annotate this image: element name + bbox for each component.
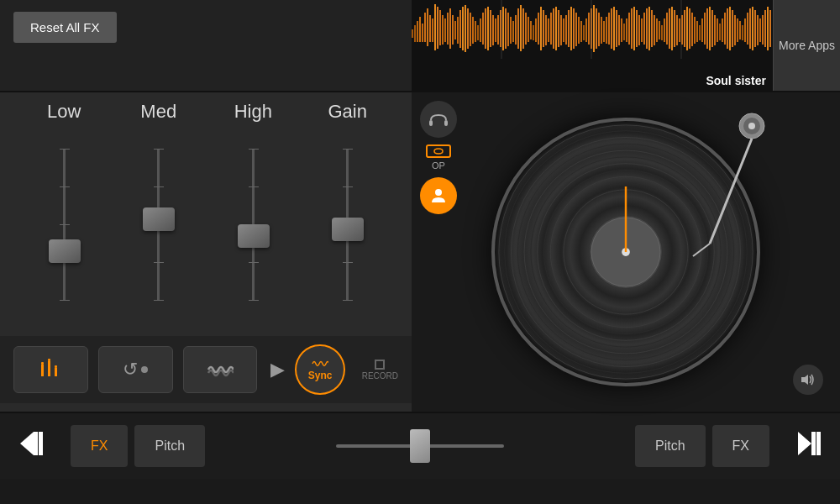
svg-rect-80 <box>613 7 615 50</box>
svg-rect-1 <box>414 25 416 42</box>
svg-rect-125 <box>727 8 728 49</box>
svg-rect-68 <box>583 25 585 40</box>
svg-rect-142 <box>769 10 771 47</box>
wave-fx-button[interactable] <box>183 346 258 393</box>
prev-track-button[interactable] <box>17 428 50 465</box>
svg-rect-138 <box>759 18 761 42</box>
svg-rect-93 <box>646 8 648 49</box>
next-track-button[interactable] <box>790 428 823 465</box>
svg-rect-92 <box>643 13 645 45</box>
headphones-icon <box>429 112 448 127</box>
svg-rect-2 <box>417 21 418 42</box>
record-dot <box>141 366 148 373</box>
svg-rect-127 <box>732 10 733 47</box>
svg-rect-13 <box>444 18 446 42</box>
eq-slider-low[interactable] <box>34 149 93 317</box>
svg-rect-141 <box>767 7 769 50</box>
svg-rect-126 <box>729 7 731 50</box>
svg-rect-176 <box>34 432 38 455</box>
svg-rect-76 <box>603 21 605 42</box>
loop-fx-button[interactable]: ↺ <box>98 346 173 393</box>
person-button[interactable] <box>420 177 457 214</box>
svg-rect-149 <box>48 359 50 361</box>
eq-labels: Low Med High Gain <box>0 101 412 123</box>
svg-rect-180 <box>816 432 821 455</box>
reset-fx-button[interactable]: Reset All FX <box>13 12 117 43</box>
volume-button[interactable] <box>793 365 823 395</box>
waveform-svg <box>412 0 773 59</box>
svg-rect-30 <box>487 7 489 50</box>
sync-button[interactable]: Sync <box>295 344 344 395</box>
turntable[interactable] <box>483 109 769 395</box>
svg-rect-106 <box>679 18 680 42</box>
svg-rect-47 <box>530 21 532 39</box>
svg-marker-178 <box>798 432 811 455</box>
pitch-right-tab[interactable]: Pitch <box>635 425 706 467</box>
svg-rect-7 <box>429 15 431 42</box>
svg-rect-17 <box>454 21 456 39</box>
svg-rect-73 <box>596 8 597 49</box>
play-button[interactable]: ▶ <box>270 359 285 381</box>
svg-rect-131 <box>742 25 743 40</box>
sync-label: Sync <box>308 370 333 381</box>
headphones-button[interactable] <box>420 101 457 138</box>
svg-rect-75 <box>601 17 602 44</box>
svg-rect-152 <box>429 120 433 126</box>
svg-rect-42 <box>517 8 519 49</box>
svg-rect-38 <box>507 13 509 46</box>
eq-label-gain: Gain <box>318 101 377 123</box>
person-icon <box>431 187 446 204</box>
svg-rect-123 <box>722 18 723 42</box>
svg-rect-120 <box>714 15 716 45</box>
equalizer-fx-button[interactable] <box>13 346 88 393</box>
next-track-icon <box>790 428 823 459</box>
record-indicator <box>375 360 385 370</box>
svg-point-154 <box>435 189 442 196</box>
side-controls: OP <box>420 101 457 214</box>
eq-slider-med[interactable] <box>129 149 188 317</box>
pitch-left-tab[interactable]: Pitch <box>134 425 205 467</box>
svg-rect-27 <box>480 18 481 42</box>
svg-rect-103 <box>671 7 673 50</box>
svg-rect-119 <box>711 10 713 47</box>
svg-rect-24 <box>472 17 474 44</box>
loop-icon: ↺ <box>123 359 138 381</box>
svg-rect-41 <box>515 15 517 45</box>
svg-rect-67 <box>580 21 582 42</box>
fx-left-tab[interactable]: FX <box>71 425 128 467</box>
svg-rect-52 <box>543 10 544 47</box>
svg-rect-70 <box>588 13 590 45</box>
svg-rect-34 <box>497 15 499 45</box>
svg-rect-72 <box>593 5 595 52</box>
svg-rect-59 <box>560 15 562 45</box>
equalizer-icon <box>39 358 62 381</box>
crossfader-track[interactable] <box>336 444 504 448</box>
loop-control: OP <box>426 144 451 171</box>
eq-slider-gain[interactable] <box>318 149 377 317</box>
crossfader-thumb[interactable] <box>410 429 430 463</box>
svg-rect-116 <box>704 13 706 45</box>
svg-rect-77 <box>606 17 607 44</box>
turntable-panel: OP <box>412 92 840 412</box>
svg-rect-85 <box>626 18 627 42</box>
svg-rect-117 <box>706 8 708 49</box>
svg-rect-63 <box>570 7 572 50</box>
svg-point-174 <box>748 123 755 129</box>
more-apps-button[interactable]: More Apps <box>773 0 840 91</box>
svg-rect-56 <box>553 8 554 49</box>
sync-wave-icon <box>312 358 328 370</box>
svg-rect-5 <box>424 13 426 42</box>
svg-rect-57 <box>555 7 557 50</box>
svg-rect-23 <box>470 13 471 46</box>
svg-rect-48 <box>533 25 534 40</box>
svg-rect-11 <box>439 10 441 45</box>
svg-rect-49 <box>535 18 537 42</box>
svg-rect-50 <box>538 13 539 45</box>
eq-slider-high[interactable] <box>223 149 282 317</box>
svg-rect-87 <box>631 8 633 49</box>
svg-rect-31 <box>490 10 491 47</box>
svg-rect-66 <box>578 17 580 44</box>
fx-right-tab[interactable]: FX <box>712 425 769 467</box>
eq-panel: Low Med High Gain <box>0 92 412 412</box>
svg-rect-177 <box>39 432 43 455</box>
